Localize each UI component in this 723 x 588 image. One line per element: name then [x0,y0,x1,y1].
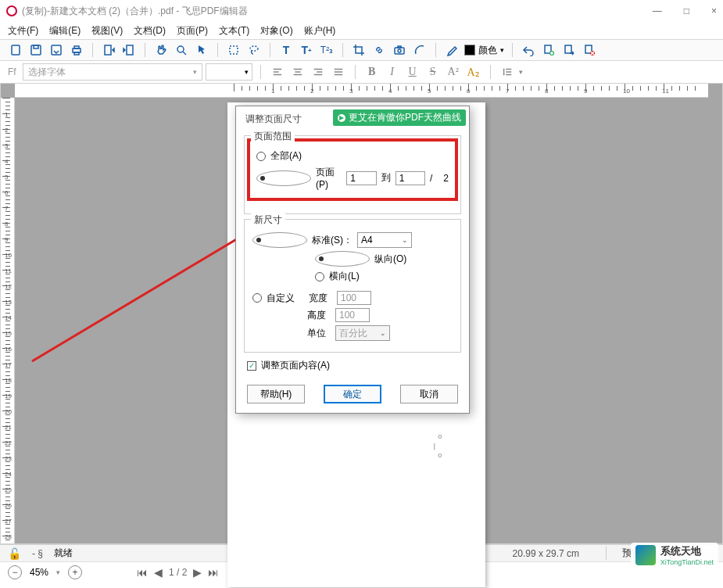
svg-point-13 [398,49,401,52]
pager-current[interactable]: 1 / 2 [169,567,187,578]
page-prev-icon[interactable] [101,42,116,58]
radio-pages[interactable] [256,170,311,186]
status-flag: - § [32,548,43,559]
text-icon[interactable]: T [278,42,294,58]
align-center-icon[interactable] [289,63,306,81]
radio-standard[interactable] [252,232,307,248]
strikethrough-button[interactable]: S [424,63,442,81]
to-label: 到 [381,171,391,185]
align-left-icon[interactable] [269,63,286,81]
preset-select[interactable]: A4⌄ [357,232,412,248]
height-label: 高度 [307,309,331,322]
menu-edit[interactable]: 编辑(E) [49,24,81,38]
font-size-select[interactable]: ▾ [206,63,252,81]
watermark-title: 系统天地 [660,544,714,558]
page-range-fieldset: 页面范围 全部(A) 页面(P) 1 到 1 / 2 [244,135,461,214]
color-picker[interactable]: 颜色 ▾ [464,44,504,57]
pager-prev[interactable]: ◀ [154,566,163,579]
minimize-button[interactable]: — [653,5,662,16]
maximize-button[interactable]: □ [684,5,689,16]
lasso-icon[interactable] [246,42,262,58]
italic-button[interactable]: I [384,63,401,81]
menubar: 文件(F) 编辑(E) 视图(V) 文档(D) 页面(P) 文本(T) 对象(O… [0,22,723,39]
pager-next[interactable]: ▶ [193,566,202,579]
rect-select-icon[interactable] [226,42,242,58]
menu-view[interactable]: 视图(V) [91,24,123,38]
font-placeholder: 选择字体 [28,66,66,79]
unit-select[interactable]: 百分比⌄ [335,325,390,341]
main-toolbar: T T+ T²₃ 颜色 ▾ [0,39,723,61]
green-badge: ▶ 更艾在肯傲你PDF天然曲线 [333,109,466,126]
undo-icon[interactable] [521,42,536,58]
menu-object[interactable]: 对象(O) [260,24,292,38]
svg-rect-6 [74,52,79,55]
menu-document[interactable]: 文档(D) [134,24,166,38]
adjust-content-label: 调整页面内容(A) [261,359,330,372]
svg-point-11 [250,46,258,51]
zoom-in-button[interactable]: + [68,565,82,579]
watermark-logo-icon [635,545,656,565]
lock-aspect-icon[interactable]: ⚬⎯⚬ [434,431,446,462]
eyedropper-icon[interactable] [444,42,460,58]
line-spacing-icon[interactable] [499,63,516,81]
radio-portrait[interactable] [315,251,370,267]
adjust-content-checkbox[interactable]: ✓ [247,361,256,371]
label-all: 全部(A) [270,149,302,163]
document-area: 1234567891011 12345678910111213141516171… [0,83,723,544]
radio-custom[interactable] [252,293,262,303]
watermark-url: XiTongTianDi.net [660,558,714,566]
label-landscape: 横向(L) [329,270,360,283]
resize-page-dialog: ▶ 更艾在肯傲你PDF天然曲线 调整页面尺寸 页面范围 全部(A) 页面(P) … [235,106,470,414]
zoom-out-button[interactable]: − [8,565,22,579]
cancel-button[interactable]: 取消 [400,385,458,403]
bold-button[interactable]: B [363,63,381,81]
radio-landscape[interactable] [315,272,324,281]
underline-button[interactable]: U [404,63,421,81]
subscript-button[interactable]: A₂ [465,63,482,81]
save-as-icon[interactable] [48,42,64,58]
link-icon[interactable] [371,42,387,58]
status-ready: 就绪 [54,547,73,560]
zoom-level[interactable]: 45% [30,567,48,578]
text-edit-icon[interactable]: T²₃ [319,42,335,58]
page-up-icon[interactable] [561,42,577,58]
font-family-select[interactable]: 选择字体 ▾ [23,63,202,81]
crop-icon[interactable] [351,42,367,58]
print-icon[interactable] [69,42,84,58]
page-from-input[interactable]: 1 [346,171,376,185]
color-label: 颜色 [478,44,497,57]
pager-first[interactable]: ⏮ [137,566,148,579]
svg-rect-14 [398,46,401,48]
svg-point-9 [177,46,184,52]
page-remove-icon[interactable] [582,42,597,58]
help-button[interactable]: 帮助(H) [247,385,305,403]
menu-account[interactable]: 账户(H) [304,24,336,38]
close-button[interactable]: × [711,5,717,16]
text-add-icon[interactable]: T+ [299,42,314,58]
window-title: (复制)-新建文本文档 (2)（合并）.pdf - 飞思PDF编辑器 [22,5,248,18]
width-input[interactable]: 100 [337,291,371,305]
page-to-input[interactable]: 1 [396,171,425,185]
align-justify-icon[interactable] [330,63,347,81]
pointer-icon[interactable] [194,42,209,58]
arc-icon[interactable] [412,42,428,58]
hand-icon[interactable] [153,42,169,58]
page-add-icon[interactable] [541,42,557,58]
page-next-icon[interactable] [121,42,137,58]
menu-file[interactable]: 文件(F) [8,24,38,38]
camera-icon[interactable] [392,42,407,58]
pager-last[interactable]: ⏭ [208,566,219,579]
radio-all[interactable] [256,152,266,161]
ok-button[interactable]: 确定 [324,385,381,403]
new-icon[interactable] [8,42,23,58]
height-input[interactable]: 100 [335,308,370,322]
lock-icon[interactable]: 🔓 [8,547,21,560]
align-right-icon[interactable] [310,63,327,81]
superscript-button[interactable]: A² [445,63,462,81]
zoom-icon[interactable] [174,42,189,58]
menu-text[interactable]: 文本(T) [219,24,249,38]
menu-page[interactable]: 页面(P) [177,24,208,38]
format-toolbar: Ff 选择字体 ▾ ▾ B I U S A² A₂ ▾ [0,61,723,83]
unit-label: 单位 [307,327,331,340]
save-icon[interactable] [28,42,44,58]
